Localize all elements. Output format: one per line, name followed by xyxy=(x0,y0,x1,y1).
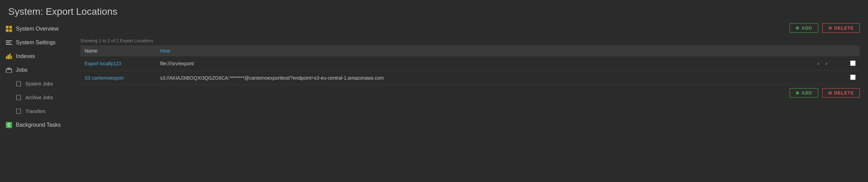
file-icon-transfers xyxy=(15,108,22,115)
add-label-bottom: ADD xyxy=(802,90,812,95)
row2-checkbox-cell xyxy=(846,71,860,85)
row2-name: S3 cantemoexport xyxy=(80,71,156,85)
row1-name: Export locally123 xyxy=(80,56,156,71)
file-icon-system-jobs xyxy=(15,80,22,87)
delete-button-bottom[interactable]: ⊖ DELETE xyxy=(822,88,860,98)
col-header-check xyxy=(846,45,860,56)
sidebar-label-archive-jobs: Archive Jobs xyxy=(25,95,53,100)
row1-name-link[interactable]: Export locally123 xyxy=(85,61,121,66)
sidebar-item-transfers[interactable]: Transfers xyxy=(0,104,72,118)
svg-rect-7 xyxy=(16,95,21,100)
svg-rect-5 xyxy=(8,68,10,69)
page-title: System: Export Locations xyxy=(0,0,868,21)
row1-host: file:///srv/export/ xyxy=(156,56,812,71)
c-icon: C xyxy=(5,122,12,128)
row2-name-link[interactable]: S3 cantemoexport xyxy=(85,75,124,81)
delete-icon-bottom: ⊖ xyxy=(828,90,832,95)
bars-icon xyxy=(5,39,12,46)
chart-icon xyxy=(5,53,12,60)
row2-host: s3://AKIAJ3IBOQXI3QGZG6CA:********@cante… xyxy=(156,71,812,85)
sidebar-label-jobs: Jobs xyxy=(16,67,27,73)
showing-text: Showing 1 to 2 of 2 Export Locations xyxy=(80,35,860,45)
table-row: S3 cantemoexport s3://AKIAJ3IBOQXI3QGZG6… xyxy=(80,71,860,85)
col-header-actions xyxy=(812,45,846,56)
briefcase-icon xyxy=(5,67,12,73)
sidebar-item-system-overview[interactable]: System Overview xyxy=(0,22,72,36)
file-icon-archive-jobs xyxy=(15,94,22,101)
sidebar: System Overview System Settings xyxy=(0,21,72,182)
table-header-row: Name Host xyxy=(80,45,860,56)
row1-actions: ‹ › xyxy=(812,56,846,71)
svg-rect-3 xyxy=(11,56,12,59)
main-content: ⊕ ADD ⊖ DELETE Showing 1 to 2 of 2 Expor… xyxy=(72,21,868,182)
add-icon-bottom: ⊕ xyxy=(795,90,800,95)
sidebar-label-system-overview: System Overview xyxy=(16,26,58,32)
title-system: System xyxy=(8,6,40,17)
col-header-name: Name xyxy=(80,45,156,56)
sidebar-item-system-settings[interactable]: System Settings xyxy=(0,36,72,49)
row1-prev-button[interactable]: ‹ xyxy=(816,60,821,67)
sidebar-item-background-tasks[interactable]: C Background Tasks xyxy=(0,118,72,132)
export-locations-table: Name Host Export locally123 file:///srv/… xyxy=(80,45,860,85)
sidebar-label-indexes: Indexes xyxy=(16,53,35,59)
table-row: Export locally123 file:///srv/export/ ‹ … xyxy=(80,56,860,71)
add-label-top: ADD xyxy=(802,25,812,31)
add-button-bottom[interactable]: ⊕ ADD xyxy=(790,88,818,98)
toolbar-bottom: ⊕ ADD ⊖ DELETE xyxy=(80,85,860,101)
delete-button-top[interactable]: ⊖ DELETE xyxy=(822,23,860,33)
sidebar-label-system-settings: System Settings xyxy=(16,39,56,46)
svg-rect-2 xyxy=(9,54,11,59)
row1-checkbox-cell xyxy=(846,56,860,71)
svg-rect-1 xyxy=(8,55,9,59)
svg-rect-8 xyxy=(16,109,21,114)
sidebar-item-indexes[interactable]: Indexes xyxy=(0,49,72,63)
sidebar-label-transfers: Transfers xyxy=(25,109,46,114)
svg-rect-0 xyxy=(6,56,7,59)
delete-icon-top: ⊖ xyxy=(828,25,832,31)
col-header-host: Host xyxy=(156,45,812,56)
sidebar-item-archive-jobs[interactable]: Archive Jobs xyxy=(0,91,72,104)
svg-rect-6 xyxy=(16,81,21,86)
title-sub: Export Locations xyxy=(43,6,117,17)
toolbar-top: ⊕ ADD ⊖ DELETE xyxy=(80,21,860,35)
delete-label-top: DELETE xyxy=(834,25,854,31)
row1-next-button[interactable]: › xyxy=(824,60,829,67)
sidebar-item-jobs[interactable]: Jobs xyxy=(0,63,72,77)
row2-checkbox[interactable] xyxy=(850,75,856,80)
grid-icon xyxy=(5,25,12,32)
row2-actions xyxy=(812,71,846,85)
sidebar-label-background-tasks: Background Tasks xyxy=(16,122,60,128)
add-icon-top: ⊕ xyxy=(795,25,800,31)
add-button-top[interactable]: ⊕ ADD xyxy=(790,23,818,33)
sidebar-label-system-jobs: System Jobs xyxy=(25,81,53,87)
delete-label-bottom: DELETE xyxy=(834,90,854,95)
row1-checkbox[interactable] xyxy=(850,60,856,66)
sidebar-item-system-jobs[interactable]: System Jobs xyxy=(0,77,72,91)
title-colon: : xyxy=(40,6,43,17)
